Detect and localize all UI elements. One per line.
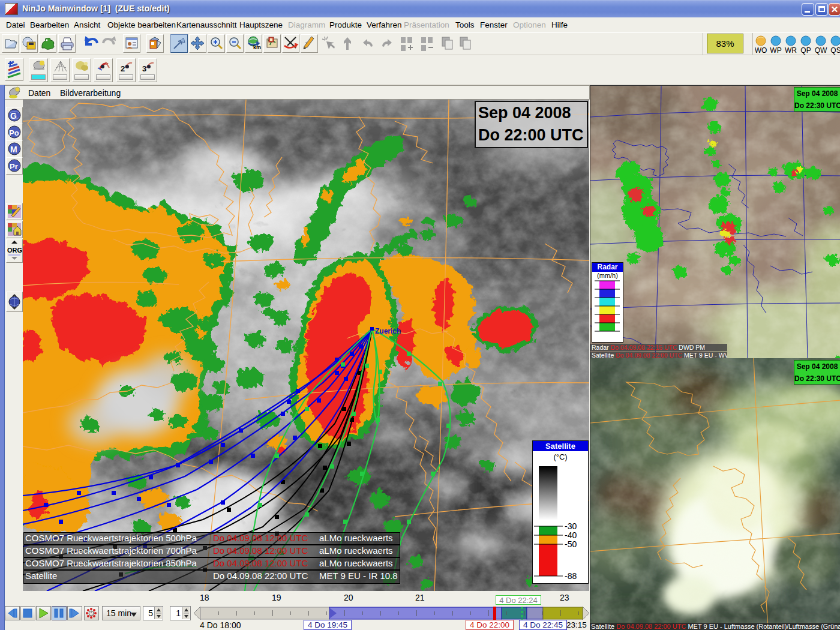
svg-text:2: 2 bbox=[121, 64, 125, 73]
svg-text:ORG: ORG bbox=[7, 247, 22, 254]
svg-text:QP: QP bbox=[800, 46, 811, 55]
svg-text:G: G bbox=[10, 111, 17, 121]
svg-text:-40: -40 bbox=[565, 530, 577, 540]
svg-text:WP: WP bbox=[770, 46, 781, 55]
svg-text:QS: QS bbox=[830, 46, 840, 55]
svg-text:km: km bbox=[253, 44, 261, 50]
svg-text:Pr: Pr bbox=[10, 162, 18, 171]
svg-text:-88: -88 bbox=[565, 571, 577, 581]
svg-text:WR: WR bbox=[785, 46, 797, 55]
svg-text:3: 3 bbox=[142, 64, 146, 73]
svg-text:-50: -50 bbox=[565, 539, 577, 549]
svg-text:QW: QW bbox=[815, 46, 827, 55]
svg-text:M: M bbox=[10, 145, 17, 154]
svg-text:Po: Po bbox=[9, 128, 19, 137]
svg-text:WO: WO bbox=[755, 46, 767, 55]
svg-text:Zuerich: Zuerich bbox=[375, 327, 401, 335]
svg-text:-30: -30 bbox=[565, 521, 577, 531]
